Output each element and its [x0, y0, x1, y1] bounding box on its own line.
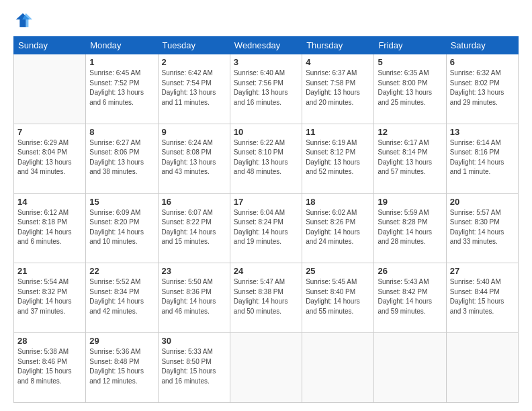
calendar-cell: 15Sunrise: 6:09 AMSunset: 8:20 PMDayligh…	[86, 193, 158, 263]
day-number: 30	[162, 336, 226, 346]
day-info: Sunrise: 5:50 AMSunset: 8:36 PMDaylight:…	[162, 277, 226, 316]
calendar-cell: 9Sunrise: 6:24 AMSunset: 8:08 PMDaylight…	[158, 124, 230, 193]
calendar-cell: 1Sunrise: 6:45 AMSunset: 7:52 PMDaylight…	[86, 54, 158, 124]
calendar-cell: 18Sunrise: 6:02 AMSunset: 8:26 PMDayligh…	[302, 193, 374, 263]
calendar-cell: 11Sunrise: 6:19 AMSunset: 8:12 PMDayligh…	[302, 124, 374, 193]
day-info: Sunrise: 5:54 AMSunset: 8:32 PMDaylight:…	[17, 277, 82, 316]
day-number: 10	[234, 127, 298, 137]
calendar-cell	[230, 333, 302, 403]
day-info: Sunrise: 6:22 AMSunset: 8:10 PMDaylight:…	[234, 138, 298, 177]
calendar-cell	[446, 333, 518, 403]
day-number: 24	[234, 266, 298, 276]
weekday-header-row: SundayMondayTuesdayWednesdayThursdayFrid…	[14, 37, 519, 54]
calendar-cell: 12Sunrise: 6:17 AMSunset: 8:14 PMDayligh…	[374, 124, 446, 193]
weekday-header-sunday: Sunday	[14, 37, 86, 54]
weekday-header-friday: Friday	[374, 37, 446, 54]
calendar-week-1: 1Sunrise: 6:45 AMSunset: 7:52 PMDaylight…	[14, 54, 519, 124]
day-info: Sunrise: 6:04 AMSunset: 8:24 PMDaylight:…	[234, 208, 298, 247]
day-info: Sunrise: 5:59 AMSunset: 8:28 PMDaylight:…	[378, 208, 442, 247]
calendar-cell: 16Sunrise: 6:07 AMSunset: 8:22 PMDayligh…	[158, 193, 230, 263]
calendar-cell	[302, 333, 374, 403]
day-info: Sunrise: 5:38 AMSunset: 8:46 PMDaylight:…	[17, 347, 82, 386]
day-number: 11	[306, 127, 370, 137]
day-number: 26	[378, 266, 442, 276]
day-info: Sunrise: 5:36 AMSunset: 8:48 PMDaylight:…	[89, 347, 154, 386]
weekday-header-wednesday: Wednesday	[230, 37, 302, 54]
day-info: Sunrise: 6:19 AMSunset: 8:12 PMDaylight:…	[306, 138, 370, 177]
day-info: Sunrise: 6:29 AMSunset: 8:04 PMDaylight:…	[17, 138, 82, 177]
calendar-cell: 17Sunrise: 6:04 AMSunset: 8:24 PMDayligh…	[230, 193, 302, 263]
calendar-cell: 6Sunrise: 6:32 AMSunset: 8:02 PMDaylight…	[446, 54, 518, 124]
day-number: 7	[17, 127, 82, 137]
day-number: 14	[17, 197, 82, 207]
calendar-cell: 20Sunrise: 5:57 AMSunset: 8:30 PMDayligh…	[446, 193, 518, 263]
day-number: 17	[234, 197, 298, 207]
day-info: Sunrise: 5:40 AMSunset: 8:44 PMDaylight:…	[450, 277, 515, 316]
day-number: 15	[89, 197, 154, 207]
day-info: Sunrise: 6:37 AMSunset: 7:58 PMDaylight:…	[306, 68, 370, 107]
day-number: 16	[162, 197, 226, 207]
day-info: Sunrise: 5:57 AMSunset: 8:30 PMDaylight:…	[450, 208, 515, 247]
day-number: 5	[378, 57, 442, 67]
logo	[13, 11, 35, 30]
calendar-cell: 30Sunrise: 5:33 AMSunset: 8:50 PMDayligh…	[158, 333, 230, 403]
calendar-cell: 10Sunrise: 6:22 AMSunset: 8:10 PMDayligh…	[230, 124, 302, 193]
day-number: 20	[450, 197, 515, 207]
weekday-header-tuesday: Tuesday	[158, 37, 230, 54]
calendar-table: SundayMondayTuesdayWednesdayThursdayFrid…	[13, 36, 519, 403]
calendar-week-5: 28Sunrise: 5:38 AMSunset: 8:46 PMDayligh…	[14, 333, 519, 403]
day-number: 27	[450, 266, 515, 276]
day-info: Sunrise: 6:14 AMSunset: 8:16 PMDaylight:…	[450, 138, 515, 177]
day-number: 9	[162, 127, 226, 137]
day-number: 25	[306, 266, 370, 276]
day-info: Sunrise: 5:52 AMSunset: 8:34 PMDaylight:…	[89, 277, 154, 316]
weekday-header-monday: Monday	[86, 37, 158, 54]
calendar-cell	[374, 333, 446, 403]
calendar-cell: 19Sunrise: 5:59 AMSunset: 8:28 PMDayligh…	[374, 193, 446, 263]
day-number: 1	[89, 57, 154, 67]
day-info: Sunrise: 6:27 AMSunset: 8:06 PMDaylight:…	[89, 138, 154, 177]
day-info: Sunrise: 6:40 AMSunset: 7:56 PMDaylight:…	[234, 68, 298, 107]
calendar-cell	[14, 54, 86, 124]
weekday-header-saturday: Saturday	[446, 37, 518, 54]
day-info: Sunrise: 6:17 AMSunset: 8:14 PMDaylight:…	[378, 138, 442, 177]
calendar-cell: 13Sunrise: 6:14 AMSunset: 8:16 PMDayligh…	[446, 124, 518, 193]
page: SundayMondayTuesdayWednesdayThursdayFrid…	[0, 0, 532, 411]
day-info: Sunrise: 5:33 AMSunset: 8:50 PMDaylight:…	[162, 347, 226, 386]
day-number: 23	[162, 266, 226, 276]
weekday-header-thursday: Thursday	[302, 37, 374, 54]
logo-icon	[13, 11, 32, 30]
day-number: 3	[234, 57, 298, 67]
day-info: Sunrise: 5:47 AMSunset: 8:38 PMDaylight:…	[234, 277, 298, 316]
calendar-cell: 23Sunrise: 5:50 AMSunset: 8:36 PMDayligh…	[158, 263, 230, 333]
day-number: 13	[450, 127, 515, 137]
day-number: 2	[162, 57, 226, 67]
calendar-cell: 26Sunrise: 5:43 AMSunset: 8:42 PMDayligh…	[374, 263, 446, 333]
calendar-cell: 21Sunrise: 5:54 AMSunset: 8:32 PMDayligh…	[14, 263, 86, 333]
day-info: Sunrise: 6:07 AMSunset: 8:22 PMDaylight:…	[162, 208, 226, 247]
day-number: 18	[306, 197, 370, 207]
day-info: Sunrise: 6:45 AMSunset: 7:52 PMDaylight:…	[89, 68, 154, 107]
calendar-cell: 25Sunrise: 5:45 AMSunset: 8:40 PMDayligh…	[302, 263, 374, 333]
day-info: Sunrise: 6:32 AMSunset: 8:02 PMDaylight:…	[450, 68, 515, 107]
day-info: Sunrise: 6:12 AMSunset: 8:18 PMDaylight:…	[17, 208, 82, 247]
calendar-cell: 27Sunrise: 5:40 AMSunset: 8:44 PMDayligh…	[446, 263, 518, 333]
calendar-cell: 8Sunrise: 6:27 AMSunset: 8:06 PMDaylight…	[86, 124, 158, 193]
calendar-cell: 3Sunrise: 6:40 AMSunset: 7:56 PMDaylight…	[230, 54, 302, 124]
day-number: 21	[17, 266, 82, 276]
day-info: Sunrise: 6:35 AMSunset: 8:00 PMDaylight:…	[378, 68, 442, 107]
calendar-cell: 7Sunrise: 6:29 AMSunset: 8:04 PMDaylight…	[14, 124, 86, 193]
calendar-cell: 5Sunrise: 6:35 AMSunset: 8:00 PMDaylight…	[374, 54, 446, 124]
day-info: Sunrise: 6:42 AMSunset: 7:54 PMDaylight:…	[162, 68, 226, 107]
calendar-cell: 22Sunrise: 5:52 AMSunset: 8:34 PMDayligh…	[86, 263, 158, 333]
day-info: Sunrise: 6:24 AMSunset: 8:08 PMDaylight:…	[162, 138, 226, 177]
calendar-cell: 29Sunrise: 5:36 AMSunset: 8:48 PMDayligh…	[86, 333, 158, 403]
day-info: Sunrise: 6:02 AMSunset: 8:26 PMDaylight:…	[306, 208, 370, 247]
day-info: Sunrise: 5:45 AMSunset: 8:40 PMDaylight:…	[306, 277, 370, 316]
calendar-cell: 28Sunrise: 5:38 AMSunset: 8:46 PMDayligh…	[14, 333, 86, 403]
header	[13, 11, 519, 30]
calendar-cell: 14Sunrise: 6:12 AMSunset: 8:18 PMDayligh…	[14, 193, 86, 263]
day-number: 6	[450, 57, 515, 67]
calendar-week-3: 14Sunrise: 6:12 AMSunset: 8:18 PMDayligh…	[14, 193, 519, 263]
calendar-cell: 4Sunrise: 6:37 AMSunset: 7:58 PMDaylight…	[302, 54, 374, 124]
